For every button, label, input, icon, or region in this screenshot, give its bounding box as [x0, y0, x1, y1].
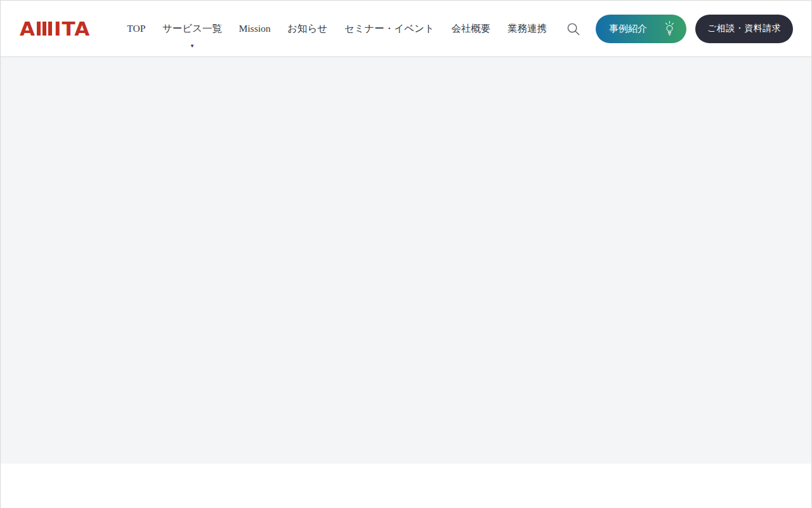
logo-m-bars [37, 22, 52, 36]
search-button[interactable] [565, 20, 581, 37]
logo-letters-ita: ITA [54, 19, 90, 39]
chevron-down-icon: ▼ [190, 44, 195, 49]
nav-item-services[interactable]: サービス一覧 ▼ [162, 1, 222, 57]
contact-request-label: ご相談・資料請求 [707, 23, 781, 34]
contact-request-button[interactable]: ご相談・資料請求 [695, 15, 793, 43]
logo-letter-a: A [20, 19, 36, 39]
site-header: A ITA TOP サービス一覧 ▼ Mission お知らせ セミナー・イベン… [1, 1, 811, 57]
nav-item-mission[interactable]: Mission [239, 1, 271, 57]
nav-item-company[interactable]: 会社概要 [451, 1, 490, 57]
case-studies-button[interactable]: 事例紹介 [596, 15, 686, 43]
nav-item-top[interactable]: TOP [127, 1, 145, 57]
amita-logo[interactable]: A ITA [20, 19, 90, 39]
nav-item-news[interactable]: お知らせ [287, 1, 327, 57]
cta-group: 事例紹介 ご相談・資料請求 [596, 15, 793, 43]
nav-item-services-label: サービス一覧 [162, 22, 222, 36]
page-content [1, 57, 811, 464]
nav-item-seminar-events[interactable]: セミナー・イベント [344, 1, 435, 57]
main-nav: TOP サービス一覧 ▼ Mission お知らせ セミナー・イベント 会社概要… [127, 1, 547, 57]
case-studies-label: 事例紹介 [609, 23, 647, 35]
nav-item-partnership[interactable]: 業務連携 [508, 1, 547, 57]
search-icon [566, 22, 580, 36]
page: A ITA TOP サービス一覧 ▼ Mission お知らせ セミナー・イベン… [0, 0, 812, 508]
nav-list: TOP サービス一覧 ▼ Mission お知らせ セミナー・イベント 会社概要… [127, 1, 547, 57]
bottom-strip [1, 464, 811, 507]
lightbulb-icon [664, 20, 676, 37]
